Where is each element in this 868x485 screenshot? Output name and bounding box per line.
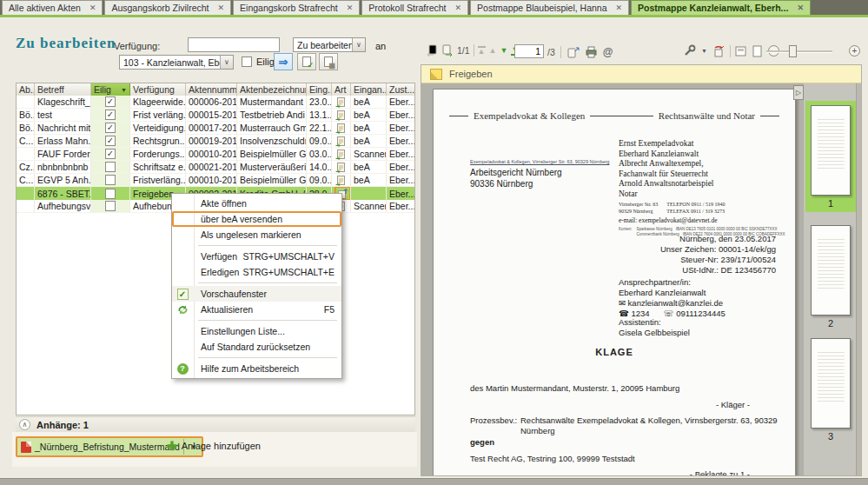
column-header-label: Eingan... [354,84,387,95]
rotate-page-icon[interactable] [712,44,726,57]
column-header[interactable]: Eilig▼ [91,83,130,96]
menu-item-aktualisieren[interactable]: AktualisierenF5 [172,302,341,317]
menu-item-als-ungelesen-markieren[interactable]: Als ungelesen markieren [172,227,341,242]
table-row[interactable]: FAUF Forder...✓Forderungs...000010-201..… [17,148,414,161]
zoom-in-button[interactable]: + [849,45,860,56]
tab-label: Postmappe Kanzleianwalt, Eberh... [638,3,788,13]
first-page-icon[interactable]: ▲ [478,46,486,56]
attachments-header[interactable]: ∧ Anhänge: 1 [16,416,415,432]
page-number-input[interactable] [514,44,544,58]
prev-page-icon[interactable]: ▲ [489,47,497,55]
table-row[interactable]: C...Erlass Mahn...✓Rechtsgrun...000019-2… [17,135,414,148]
menu-item-über-bea-versenden[interactable]: über beA versenden [172,211,341,227]
tab-5[interactable]: Postmappe Blaubeispiel, Hanna✕ [470,0,629,15]
eilig-cell: ✓ [91,122,130,134]
at-sign-icon[interactable]: @ [603,46,613,58]
address-phone-block: Virnsberger Str. 6390329 NürnbergTELEFON… [619,202,725,215]
art-cell [332,161,351,173]
tab-6[interactable]: Postmappe Kanzleianwalt, Eberh...✕ [631,0,811,15]
sort-arrow-icon[interactable]: ▼ [121,87,127,93]
chevron-down-icon[interactable]: ▼ [701,48,707,54]
art-cell [332,135,351,147]
eilig-checkbox[interactable] [242,56,252,67]
menu-item-vorschaufenster[interactable]: ✓Vorschaufenster [172,286,341,302]
eilig-checkbox[interactable]: ✓ [105,123,116,133]
eilig-checkbox[interactable] [105,201,116,211]
eilig-checkbox[interactable] [105,189,116,199]
chevron-down-icon[interactable]: ∨ [220,56,233,69]
eilig-checkbox[interactable] [105,162,116,172]
chevron-down-icon[interactable]: ∨ [352,38,365,51]
thumbnail-panel-toggle[interactable]: ▷ [793,85,804,100]
recipient-dropdown[interactable]: 103 - Kanzleianwalt, Eberhard ∨ [119,55,234,70]
menu-item-einstellungen-liste-[interactable]: Einstellungen Liste... [172,323,341,339]
status-dropdown[interactable]: Zu bearbeiten ∨ [293,37,366,52]
column-header[interactable]: Aktennumm... [186,83,237,96]
menu-item-verfügen[interactable]: VerfügenSTRG+UMSCHALT+V [172,249,341,264]
thumbnail-1[interactable]: 1 [805,101,856,212]
table-row[interactable]: Cz...nbnbnbnbnbSchriftsatz e...000021-20… [17,161,414,174]
next-document-icon[interactable] [441,44,454,56]
document-viewport[interactable]: ▷ Exempeladvokat & Kollegen Rechtsanwält… [421,83,804,475]
table-row[interactable]: Klageschrift_...✓Klageerwide...000006-20… [17,96,414,109]
fit-page-icon[interactable] [752,45,764,57]
table-row[interactable]: C...EGVP 5 Anh...Fristverläng...000010-2… [17,174,414,187]
tab-1[interactable]: Alle aktiven Akten✕ [2,0,103,15]
menu-separator [198,320,337,321]
tab-3[interactable]: Eingangskorb Strafrecht✕ [233,0,360,15]
close-icon[interactable]: ✕ [218,4,225,12]
column-header[interactable]: Aktenbezeichnung [237,83,307,96]
column-header[interactable]: Eingan... [351,83,387,96]
add-attachment-button[interactable]: ✚ Anlage hinzufügen [167,441,261,451]
zustaendig-cell: Eber... [387,200,415,212]
attachments-area: _Nürnberg_Befristung_Mustermand ▼ ✚ Anla… [12,432,417,467]
column-header[interactable]: Eing... [307,83,332,96]
tab-2[interactable]: Ausgangskorb Zivilrecht✕ [104,0,231,15]
table-row[interactable]: Bö...Nachricht mit...✓Verteidigung...000… [17,122,414,135]
chevron-up-icon[interactable]: ∧ [19,419,30,430]
close-icon[interactable]: ✕ [89,4,96,12]
prev-document-icon[interactable] [426,44,438,56]
attorney-names: Ernst ExempeladvokatEberhard Kanzleianwa… [619,139,714,199]
print-document-button[interactable]: ▦ [319,53,338,70]
column-header[interactable]: Ab... [17,83,35,96]
print-icon[interactable] [585,46,598,58]
tab-4[interactable]: Protokoll Strafrecht✕ [361,0,468,15]
refresh-icon [177,304,189,316]
export-document-icon[interactable] [567,46,580,58]
column-header[interactable]: Zust... [387,83,415,96]
eilig-checkbox[interactable]: ✓ [105,136,116,146]
close-icon[interactable]: ✕ [616,4,623,12]
next-page-icon[interactable]: ▼ [500,47,507,55]
thumbnail-2[interactable]: 2 [805,221,856,332]
fit-width-icon[interactable] [735,45,747,57]
column-header[interactable]: Verfügung [130,83,186,96]
zoom-slider[interactable] [766,50,832,53]
wrench-icon[interactable] [683,44,697,57]
aktenbezeichnung-cell: Testbetrieb Andi ./... [237,109,307,121]
close-icon[interactable]: ✕ [455,4,462,12]
eingang-cell: 03.0... [307,148,332,160]
close-icon[interactable]: ✕ [347,4,354,12]
zoom-slider-handle[interactable] [789,45,797,57]
eilig-checkbox[interactable]: ✓ [105,96,116,107]
release-document-button[interactable]: ✓ [297,53,316,70]
menu-item-auf-standard-zurücksetzen[interactable]: Auf Standard zurücksetzen [172,339,341,355]
menu-item-hilfe-zum-arbeitsbereich[interactable]: ?Hilfe zum Arbeitsbereich [172,361,341,376]
verfuegung-input[interactable] [188,37,280,52]
aktennummer-cell: 000010-201... [186,174,237,186]
eilig-checkbox[interactable] [105,175,116,185]
close-icon[interactable]: ✕ [797,4,804,12]
tab-label: Ausgangskorb Zivilrecht [111,3,209,13]
table-row[interactable]: Bö...test✓Frist verläng...000015-201...T… [17,109,414,122]
eilig-checkbox[interactable]: ✓ [105,110,116,120]
forward-button[interactable]: ⇒ [274,53,293,70]
column-header[interactable]: Art [332,83,351,96]
note-icon [430,69,442,80]
thumbnail-scrollbar[interactable] [856,83,861,475]
menu-item-erledigen[interactable]: ErledigenSTRG+UMSCHALT+E [172,264,341,280]
column-header[interactable]: Betreff [35,83,91,96]
eilig-checkbox[interactable]: ✓ [105,149,116,159]
thumbnail-3[interactable]: 3 [805,334,856,445]
menu-item-akte-öffnen[interactable]: Akte öffnen [172,196,341,211]
